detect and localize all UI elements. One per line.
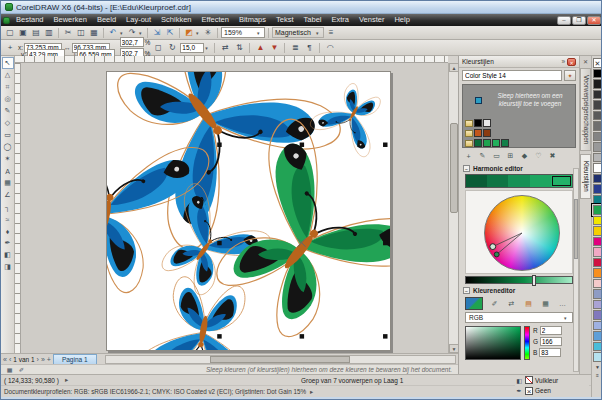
- menu-item[interactable]: Lay-out: [121, 14, 156, 26]
- selection-handle[interactable]: [300, 143, 304, 147]
- selection-handle[interactable]: [383, 143, 387, 147]
- canvas[interactable]: [21, 63, 448, 353]
- selection-handle[interactable]: [217, 143, 221, 147]
- palette-color-swatch[interactable]: [593, 142, 602, 152]
- interactive-fill-tool[interactable]: ◨: [2, 261, 14, 273]
- palette-color-swatch[interactable]: [593, 342, 602, 352]
- close-icon[interactable]: ✕: [587, 16, 601, 25]
- padlock-icon[interactable]: ◻: [152, 42, 164, 54]
- no-color-swatch[interactable]: ✕: [593, 58, 602, 68]
- add-page-icon[interactable]: +: [47, 356, 51, 363]
- palette-color-swatch[interactable]: [593, 226, 602, 236]
- palette-color-swatch[interactable]: [593, 100, 602, 110]
- tab-color-styles[interactable]: Kleurstijlen: [580, 154, 591, 199]
- palette-color-swatch[interactable]: [593, 268, 602, 278]
- palette-color-swatch[interactable]: [593, 111, 602, 121]
- canvas-horizontal-scrollbar[interactable]: [105, 355, 456, 364]
- style-options-icon[interactable]: ✦: [564, 70, 576, 81]
- document-palette-icon[interactable]: ▦: [5, 365, 14, 374]
- palette-color-swatch[interactable]: [593, 195, 602, 205]
- harmony-segment[interactable]: [466, 175, 487, 187]
- convert-to-curves-icon[interactable]: ◠: [324, 42, 336, 54]
- tag-icon[interactable]: ◆: [519, 151, 530, 162]
- palette-color-swatch[interactable]: [593, 279, 602, 289]
- color-model-select[interactable]: RGB ▾: [465, 312, 573, 323]
- menu-item[interactable]: Bewerken: [49, 14, 92, 26]
- r-input[interactable]: [540, 326, 562, 335]
- new-document-icon[interactable]: ▢: [4, 27, 16, 39]
- style-swatch[interactable]: [483, 129, 491, 137]
- copy-icon[interactable]: ◫: [75, 27, 87, 39]
- menu-item[interactable]: Extra: [326, 14, 354, 26]
- import-icon[interactable]: ⇲: [151, 27, 163, 39]
- selection-handle[interactable]: [300, 334, 304, 338]
- selection-handle[interactable]: [383, 241, 387, 245]
- style-swatch[interactable]: [492, 139, 500, 147]
- vscroll-thumb[interactable]: [450, 123, 458, 213]
- folder-icon[interactable]: [465, 120, 473, 127]
- blend-tool[interactable]: ≈: [2, 213, 14, 225]
- palette-color-swatch[interactable]: [593, 121, 602, 131]
- menu-item[interactable]: Schikken: [156, 14, 196, 26]
- menu-item[interactable]: Effecten: [197, 14, 234, 26]
- palette-color-swatch[interactable]: [593, 216, 602, 226]
- palette-color-swatch[interactable]: [593, 205, 602, 215]
- docker-group-close-icon[interactable]: ✕: [583, 58, 588, 65]
- harmony-segment[interactable]: [551, 175, 572, 187]
- menu-item[interactable]: Tekst: [271, 14, 299, 26]
- export-icon[interactable]: ⇱: [164, 27, 176, 39]
- palette-color-swatch[interactable]: [593, 184, 602, 194]
- angle-input[interactable]: [180, 43, 204, 53]
- palette-color-swatch[interactable]: [593, 258, 602, 268]
- open-icon[interactable]: ▣: [17, 27, 29, 39]
- docker-collapse-icon[interactable]: »: [561, 58, 565, 65]
- hue-strip[interactable]: [524, 326, 530, 360]
- menu-item[interactable]: Beeld: [92, 14, 121, 26]
- zoom-level-combo[interactable]: 159% ▾: [221, 27, 265, 38]
- folder-icon[interactable]: [465, 140, 473, 147]
- angle-caret-icon[interactable]: ▾: [205, 45, 210, 51]
- collapse-section-icon[interactable]: −: [463, 165, 470, 172]
- palette-color-swatch[interactable]: [593, 300, 602, 310]
- selection-handle[interactable]: [383, 334, 387, 338]
- palette-icon[interactable]: ▤: [523, 298, 534, 309]
- add-style-icon[interactable]: +: [463, 151, 474, 162]
- ellipse-tool[interactable]: ◯: [2, 141, 14, 153]
- new-folder-icon[interactable]: ▭: [491, 151, 502, 162]
- palette-options-icon[interactable]: ≡: [596, 372, 599, 378]
- next-page-icon[interactable]: ›: [37, 356, 39, 363]
- shape-tool[interactable]: △: [2, 69, 14, 81]
- eyedropper-icon[interactable]: ✐: [489, 298, 500, 309]
- menu-item[interactable]: Bitmaps: [234, 14, 271, 26]
- freehand-tool[interactable]: ✎: [2, 105, 14, 117]
- redo-dropdown-icon[interactable]: ▾: [139, 30, 144, 36]
- document-page[interactable]: [106, 71, 391, 351]
- g-input[interactable]: [540, 337, 562, 346]
- undo-icon[interactable]: ↶: [107, 27, 119, 39]
- style-swatch[interactable]: [501, 139, 509, 147]
- menu-item[interactable]: Bestand: [11, 14, 49, 26]
- palette-color-swatch[interactable]: [593, 69, 602, 79]
- color-wheel[interactable]: [484, 195, 560, 271]
- options-icon[interactable]: ≡: [325, 27, 337, 39]
- last-page-icon[interactable]: »: [41, 356, 45, 363]
- brightness-slider[interactable]: [465, 276, 573, 284]
- swap-icon[interactable]: ⇄: [506, 298, 517, 309]
- selection-handle[interactable]: [217, 334, 221, 338]
- outline-color-swatch[interactable]: [525, 387, 533, 395]
- text-tool[interactable]: A: [2, 165, 14, 177]
- order-icon[interactable]: ≣: [289, 42, 301, 54]
- saturation-value-square[interactable]: [465, 326, 521, 360]
- pick-tool[interactable]: ↖: [2, 57, 14, 69]
- style-swatch[interactable]: [483, 119, 491, 127]
- mixers-icon[interactable]: ▦: [540, 298, 551, 309]
- canvas-vertical-scrollbar[interactable]: ▲ ▼: [448, 63, 458, 353]
- table-tool[interactable]: ▦: [2, 177, 14, 189]
- coreldraw-menu-icon[interactable]: [3, 17, 10, 24]
- brightness-thumb[interactable]: [532, 275, 536, 286]
- style-swatch[interactable]: [474, 119, 482, 127]
- snap-combo[interactable]: Magnetisch ▾: [272, 27, 324, 38]
- palette-color-swatch[interactable]: [593, 352, 602, 362]
- save-icon[interactable]: ▤: [30, 27, 42, 39]
- palette-color-swatch[interactable]: [593, 289, 602, 299]
